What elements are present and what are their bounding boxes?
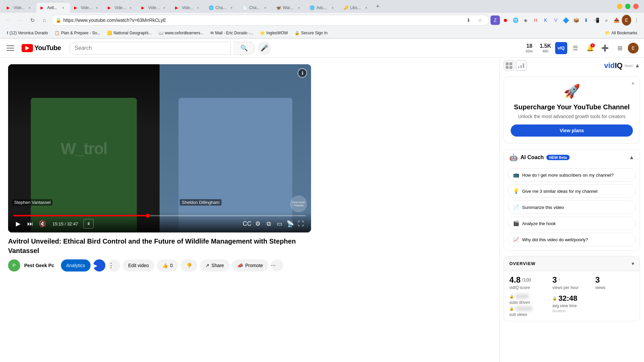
maximize-button[interactable] — [625, 4, 631, 9]
ext-9[interactable]: ⬇ — [581, 15, 591, 25]
user-avatar[interactable]: E — [628, 43, 639, 53]
edit-video-button[interactable]: Edit video — [123, 259, 154, 272]
ext-7[interactable]: 🔷 — [561, 15, 571, 25]
ext-4[interactable]: H — [531, 15, 540, 25]
ai-suggestion-4[interactable]: 🎬 Analyze the hook — [508, 217, 636, 230]
search-button[interactable]: 🔍 — [233, 42, 255, 55]
tab-close-8[interactable]: × — [263, 5, 268, 10]
mute-button[interactable]: 🔇 — [38, 219, 47, 228]
play-button[interactable]: ▶ — [13, 219, 23, 228]
video-info-button[interactable]: ℹ — [298, 68, 307, 78]
analytics-button[interactable]: Analytics — [61, 259, 91, 272]
mic-button[interactable]: 🎤 — [258, 41, 271, 55]
promote-button[interactable]: 📣 Promote — [232, 259, 268, 272]
tab-close-2[interactable]: × — [61, 5, 66, 10]
ext-6[interactable]: V — [551, 15, 561, 25]
tab-3[interactable]: ▶ Vide... × — [70, 3, 104, 13]
tab-9[interactable]: 🦋 Wat... × — [272, 3, 306, 13]
tab-11[interactable]: 🔑 Libs... × — [339, 3, 373, 13]
record-ext[interactable]: ⏺ — [501, 15, 510, 25]
ext-overflow[interactable]: » — [602, 15, 611, 25]
ext-5[interactable]: K — [541, 15, 550, 25]
tab-close-4[interactable]: × — [128, 5, 133, 10]
reload-button[interactable]: ↻ — [27, 15, 38, 26]
tab-10[interactable]: 🌐 Adc... × — [306, 3, 339, 13]
tab-7[interactable]: 🌐 Cha... × — [205, 3, 238, 13]
ext-8[interactable]: 📦 — [571, 15, 581, 25]
more-channel-btn[interactable]: ⋮ — [108, 259, 120, 272]
create-btn[interactable]: ➕ — [598, 41, 612, 55]
grid-view-icon[interactable] — [504, 60, 514, 71]
ai-suggestion-5[interactable]: 📈 Why did this video do well/poorly? — [508, 233, 636, 246]
new-tab-button[interactable]: + — [373, 2, 382, 11]
minimize-button[interactable] — [617, 4, 622, 9]
apps-btn[interactable]: ⊞ — [613, 41, 626, 55]
forward-button[interactable]: → — [15, 15, 26, 26]
ext-3[interactable]: ◈ — [521, 15, 530, 25]
bookmark-mail[interactable]: ✉ Mail - Eric Dorado -... — [208, 30, 256, 36]
video-player[interactable]: W_trol Stephen Vantassel Sheldon Dilling… — [8, 64, 311, 232]
search-input[interactable] — [75, 45, 225, 51]
bookmark-secure[interactable]: 🔒 Secure Sign In — [292, 30, 330, 36]
tab-close-11[interactable]: × — [364, 5, 369, 10]
fullscreen-button[interactable]: ⛶ — [296, 219, 306, 228]
youtube-logo[interactable]: YouTube — [22, 44, 61, 52]
close-button[interactable] — [633, 4, 639, 9]
tab-close-1[interactable]: × — [27, 5, 32, 10]
ai-suggestion-1[interactable]: 📺 How do I get more subscribers on my ch… — [508, 168, 636, 182]
airplay-button[interactable]: 📡 — [285, 219, 295, 228]
ext-10[interactable]: 📲 — [591, 15, 601, 25]
view-plans-button[interactable]: View plans — [511, 124, 633, 137]
theater-button[interactable]: ▭ — [275, 219, 284, 228]
home-button[interactable]: ⌂ — [39, 15, 50, 26]
tab-8[interactable]: 📄 Cha... × — [238, 3, 272, 13]
tab-close-9[interactable]: × — [296, 5, 302, 10]
tab-5[interactable]: ▶ Vide... × — [137, 3, 171, 13]
bookmark-facebook[interactable]: f (12) Veronica Dorado — [4, 30, 50, 36]
ai-suggestion-3[interactable]: 📄 Summarize this video — [508, 201, 636, 214]
promo-close-button[interactable]: × — [629, 79, 637, 87]
progress-bar[interactable] — [13, 215, 306, 216]
chrome-ext[interactable]: 🌐 — [511, 15, 520, 25]
vidiq-icon-btn[interactable]: vIQ — [555, 42, 567, 54]
tab-close-6[interactable]: × — [195, 5, 201, 10]
tab-close-10[interactable]: × — [330, 5, 335, 10]
bar-view-icon[interactable] — [516, 60, 527, 71]
settings-button[interactable]: ⚙ — [253, 219, 263, 228]
profile-icon[interactable]: E — [622, 15, 631, 25]
bookmark-ingles[interactable]: 🌟 InglesWOW — [257, 30, 291, 36]
next-button[interactable]: ⏭ — [26, 219, 35, 228]
download-icon[interactable]: ⬇ — [464, 15, 473, 25]
more-actions-button[interactable]: ⋯ — [271, 259, 283, 272]
bookmark-natgeo[interactable]: 🟨 National Geographi... — [104, 30, 154, 36]
tab-6[interactable]: ▶ Vide... × — [171, 3, 205, 13]
address-bar[interactable]: 🔒 https://www.youtube.com/watch?v=63MIrR… — [51, 15, 489, 26]
tab-close-7[interactable]: × — [229, 5, 234, 10]
tab-close-5[interactable]: × — [162, 5, 167, 10]
menu-button[interactable] — [5, 43, 16, 53]
bookmark-plan[interactable]: 📋 Plan & Prepare - So... — [52, 30, 103, 36]
vidiq-dot-button[interactable]: ▶ — [93, 259, 105, 272]
list-icon-btn[interactable]: ☰ — [569, 41, 582, 55]
ai-suggestion-2[interactable]: 💡 Give me 3 similar ideas for my channel — [508, 184, 636, 198]
share-button[interactable]: ↗ Share — [200, 259, 229, 272]
overview-collapse-icon[interactable]: ▾ — [632, 260, 634, 267]
back-button[interactable]: ← — [3, 15, 13, 26]
miniplayer-button[interactable]: ⧉ — [264, 219, 273, 228]
all-bookmarks[interactable]: 📁 All Bookmarks — [602, 30, 640, 36]
tab-4[interactable]: ▶ Vide... × — [104, 3, 137, 13]
downloads-icon[interactable]: 📥 — [612, 15, 621, 25]
channel-name[interactable]: Pest Geek Pc — [24, 263, 54, 268]
ai-coach-collapse-icon[interactable]: ▲ — [629, 154, 634, 160]
dislike-button[interactable]: 👎 — [181, 259, 197, 272]
tab-2[interactable]: ▶ Avit... × — [36, 3, 70, 13]
tab-1[interactable]: ▶ Vide... × — [3, 3, 36, 13]
notification-btn[interactable]: 🔔 9 — [583, 41, 597, 55]
bookmark-star-icon[interactable]: ☆ — [475, 15, 485, 25]
ai-coach-header[interactable]: 🤖 AI Coach NEW Beta ▲ — [504, 149, 640, 166]
more-options-icon[interactable]: ⋮ — [632, 15, 641, 25]
search-box[interactable] — [69, 42, 231, 55]
bookmark-oxford[interactable]: 📖 www.oxfordlearners... — [156, 30, 206, 36]
like-button[interactable]: 👍 0 — [157, 259, 178, 272]
tab-close-3[interactable]: × — [94, 5, 100, 10]
